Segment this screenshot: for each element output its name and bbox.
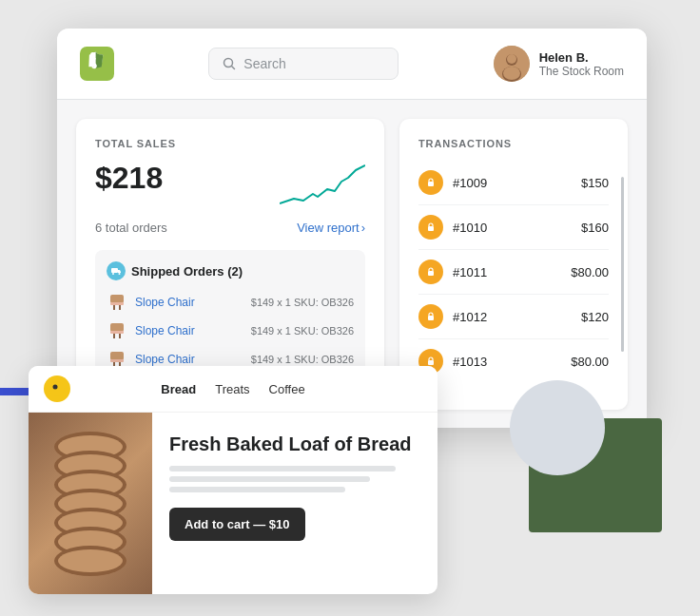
search-bar[interactable]: Search — [208, 48, 399, 80]
desc-line-3 — [169, 487, 345, 492]
storefront-nav: Bread Treats Coffee — [161, 382, 304, 396]
svg-rect-26 — [428, 360, 434, 365]
desc-line-1 — [169, 466, 396, 472]
transaction-left-1: #1009 — [418, 170, 487, 195]
search-icon — [223, 57, 236, 70]
transaction-amount-4: $120 — [581, 310, 609, 324]
transaction-amount-3: $80.00 — [571, 265, 609, 279]
transaction-item-2: #1010 $160 — [418, 205, 609, 250]
transaction-left-3: #1011 — [418, 260, 487, 284]
svg-rect-24 — [428, 271, 434, 276]
shipped-icon — [107, 261, 126, 280]
bread-slices-visual — [29, 413, 152, 594]
shopify-logo — [80, 47, 114, 81]
transaction-id-2: #1010 — [453, 221, 487, 235]
order-name-1[interactable]: Slope Chair — [135, 296, 243, 309]
transactions-card: TRANSACTIONS #1009 $150 — [399, 119, 628, 410]
svg-point-6 — [503, 67, 520, 80]
transaction-item-3: #1011 $80.00 — [418, 250, 609, 295]
order-details-3: $149 x 1 SKU: OB326 — [251, 354, 354, 365]
transaction-amount-5: $80.00 — [571, 355, 609, 369]
svg-rect-22 — [428, 182, 434, 186]
svg-rect-10 — [110, 295, 124, 303]
transactions-label: TRANSACTIONS — [418, 138, 609, 149]
order-details-2: $149 x 1 SKU: OB326 — [251, 325, 354, 337]
svg-rect-13 — [110, 302, 124, 305]
transaction-amount-2: $160 — [581, 221, 609, 235]
store-logo — [44, 375, 70, 402]
orders-count: 6 total orders — [95, 221, 167, 235]
lock-icon-2 — [418, 215, 443, 240]
product-description — [169, 466, 420, 492]
chair-icon-1 — [107, 292, 127, 313]
product-image — [29, 413, 152, 594]
sales-top: $218 — [95, 161, 365, 213]
order-name-2[interactable]: Slope Chair — [135, 324, 243, 337]
sales-label: TOTAL SALES — [95, 138, 365, 149]
user-info: Helen B. The Stock Room — [494, 46, 624, 82]
lock-svg-1 — [425, 177, 437, 188]
avatar-image — [494, 46, 530, 82]
nav-treats[interactable]: Treats — [215, 382, 249, 396]
svg-rect-7 — [111, 268, 118, 273]
order-details-1: $149 x 1 SKU: OB326 — [251, 297, 354, 308]
sales-chart — [280, 161, 365, 213]
transaction-id-4: #1012 — [453, 310, 487, 324]
lock-svg-2 — [425, 221, 437, 233]
shopify-logo-icon — [80, 47, 114, 81]
transaction-item-4: #1012 $120 — [418, 295, 609, 339]
order-list: Slope Chair $149 x 1 SKU: OB326 Slope Ch… — [107, 292, 354, 370]
transaction-item-5: #1013 $80.00 — [418, 339, 609, 383]
circle-decoration — [510, 380, 605, 475]
lock-icon-3 — [418, 260, 443, 284]
lock-svg-4 — [425, 311, 437, 322]
svg-rect-23 — [428, 226, 434, 231]
user-store: The Stock Room — [539, 65, 624, 78]
svg-point-42 — [58, 549, 123, 572]
truck-icon — [110, 265, 122, 277]
product-title: Fresh Baked Loaf of Bread — [169, 432, 420, 456]
shipped-title: Shipped Orders (2) — [131, 264, 243, 279]
scrollbar[interactable] — [621, 177, 624, 352]
svg-point-9 — [119, 273, 121, 275]
svg-point-27 — [49, 381, 65, 396]
svg-point-28 — [53, 385, 58, 390]
svg-rect-25 — [428, 316, 434, 320]
svg-rect-17 — [110, 331, 124, 334]
user-details: Helen B. The Stock Room — [539, 50, 624, 78]
transaction-left-4: #1012 — [418, 304, 487, 329]
order-name-3[interactable]: Slope Chair — [135, 353, 243, 366]
transaction-id-5: #1013 — [453, 355, 487, 369]
nav-bread[interactable]: Bread — [161, 382, 196, 396]
svg-rect-18 — [110, 352, 124, 360]
avatar — [494, 46, 530, 82]
transaction-amount-1: $150 — [581, 176, 609, 190]
add-to-cart-button[interactable]: Add to cart — $10 — [169, 508, 305, 541]
storefront-body: Fresh Baked Loaf of Bread Add to cart — … — [29, 413, 438, 594]
svg-rect-14 — [110, 323, 124, 332]
user-name: Helen B. — [539, 50, 624, 65]
transaction-item-1: #1009 $150 — [418, 161, 609, 205]
product-info: Fresh Baked Loaf of Bread Add to cart — … — [152, 413, 438, 594]
order-item-1: Slope Chair $149 x 1 SKU: OB326 — [107, 292, 354, 313]
sales-amount: $218 — [95, 161, 163, 196]
lock-svg-3 — [425, 266, 437, 278]
desc-line-2 — [169, 476, 370, 482]
lock-icon-1 — [418, 170, 443, 195]
transaction-id-3: #1011 — [453, 265, 487, 279]
svg-rect-21 — [110, 359, 124, 362]
nav-coffee[interactable]: Coffee — [269, 382, 305, 396]
order-item-2: Slope Chair $149 x 1 SKU: OB326 — [107, 320, 354, 341]
admin-header: Search Helen B. The Stock Room — [57, 29, 647, 100]
storefront-panel: Bread Treats Coffee — [29, 366, 438, 594]
transaction-list: #1009 $150 #1010 $160 — [418, 161, 609, 383]
view-report-link[interactable]: View report › — [297, 221, 365, 235]
transaction-left-2: #1010 — [418, 215, 487, 240]
bread-svg — [38, 418, 143, 589]
svg-point-8 — [112, 273, 114, 275]
lock-icon-4 — [418, 304, 443, 329]
svg-point-5 — [507, 54, 516, 64]
store-logo-icon — [49, 380, 66, 397]
orders-row: 6 total orders View report › — [95, 221, 365, 235]
shipped-header: Shipped Orders (2) — [107, 261, 354, 280]
